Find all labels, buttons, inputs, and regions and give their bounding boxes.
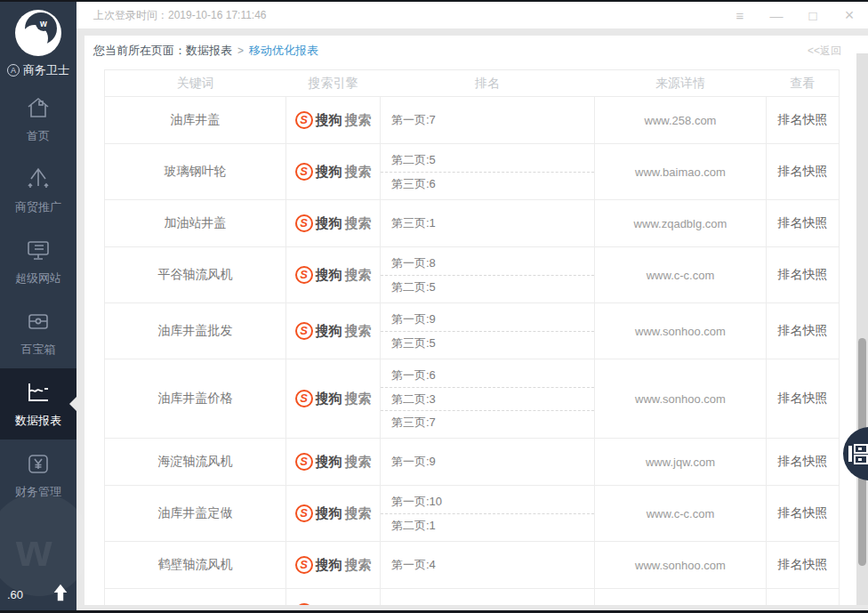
view-snapshot-link[interactable]: 排名快照 [767,247,840,303]
table-row: 油库井盖定做 S 搜狗 搜索 第一页:10第二页:1 www.c-c.com 排… [105,486,840,542]
app-logo: w [12,7,64,59]
engine-cell: S 搜狗 搜索 [286,144,381,200]
breadcrumb-current-link[interactable]: 移动优化报表 [249,43,318,59]
sogou-logo: S 搜狗 搜索 [295,111,372,129]
source-cell: www.c-c.com [595,247,767,303]
breadcrumb-separator: > [237,44,244,57]
sogou-s-icon: S [295,504,313,522]
rank-cell: 第一页:7 [381,97,595,144]
sidebar-item-toolbox[interactable]: 百宝箱 [0,297,76,368]
table-row: 加油站井盖 S 搜狗 搜索 第三页:1 www.zqadblg.com 排名快照 [105,200,840,247]
engine-name-secondary: 搜索 [345,454,372,471]
view-snapshot-link[interactable] [767,589,840,606]
brand-badge-icon: A [7,64,20,77]
maximize-icon[interactable]: □ [806,9,820,22]
rank-entry: 第一页:10 [381,490,594,513]
sogou-s-icon: S [295,603,313,605]
finance-icon [25,450,52,477]
sogou-logo: S 搜狗 搜索 [295,556,372,574]
rank-table-wrap: 关键词 搜索引擎 排名 来源详情 查看 油库井盖 S 搜狗 搜索 第一页:7 w… [104,69,839,605]
promotion-icon [25,165,52,192]
brand-name: 商务卫士 [23,62,69,78]
keyword-cell: 加油站井盖 [105,200,286,247]
home-icon [25,94,52,121]
sogou-s-icon: S [295,214,313,232]
engine-name-primary: 搜狗 [316,505,342,522]
sidebar-item-label: 超级网站 [15,270,61,286]
sogou-logo: S 搜狗 搜索 [295,453,372,471]
sogou-s-icon: S [295,556,313,574]
sogou-logo: S 搜狗 搜索 [295,266,372,284]
back-to-top-button[interactable] [51,582,70,603]
menu-icon[interactable]: ≡ [733,9,747,22]
yinyang-logo-icon: w [13,8,63,58]
breadcrumb: 您当前所在页面： 数据报表 > 移动优化报表 <<返回 [84,36,868,62]
engine-name-secondary: 搜索 [345,112,372,129]
engine-cell: S 搜狗 搜索 [286,542,381,589]
col-header-engine: 搜索引擎 [286,70,381,97]
table-header-row: 关键词 搜索引擎 排名 来源详情 查看 [105,70,840,97]
rank-cell: 第一页:9第三页:5 [381,303,595,359]
sidebar-item-label: 首页 [27,128,50,144]
table-row: S 搜狗 搜索 [105,589,840,606]
sidebar: w A 商务卫士 首页 商贸推广 [0,2,76,610]
window-controls: ≡ — □ × [733,7,868,23]
sogou-logo: S 搜狗 搜索 [295,163,372,181]
source-cell: www.sonhoo.com [595,542,767,589]
rank-entry: 第一页:4 [381,553,594,577]
view-snapshot-link[interactable]: 排名快照 [767,144,840,200]
rank-entry: 第三页:6 [381,172,594,195]
engine-name-secondary: 搜索 [345,557,372,574]
rank-entry: 第二页:5 [381,149,594,172]
view-snapshot-link[interactable]: 排名快照 [767,542,840,589]
engine-cell: S 搜狗 搜索 [286,247,381,303]
table-row: 平谷轴流风机 S 搜狗 搜索 第一页:8第二页:5 www.c-c.com 排名… [105,247,840,303]
view-snapshot-link[interactable]: 排名快照 [767,359,840,439]
table-row: 油库井盖 S 搜狗 搜索 第一页:7 www.258.com 排名快照 [105,97,840,144]
last-login-text: 上次登录时间：2019-10-16 17:11:46 [93,8,267,23]
app-window: w A 商务卫士 首页 商贸推广 [0,0,868,613]
rank-cell: 第一页:4 [381,542,595,589]
col-header-rank: 排名 [381,70,595,97]
engine-name-primary: 搜狗 [316,164,342,181]
rank-cell: 第三页:1 [381,200,595,247]
source-cell: www.c-c.com [595,486,767,542]
sidebar-item-label: 数据报表 [15,413,61,429]
report-icon [25,379,52,406]
view-snapshot-link[interactable]: 排名快照 [767,486,840,542]
engine-name-primary: 搜狗 [316,557,342,574]
sidebar-item-label: 百宝箱 [21,342,56,358]
view-snapshot-link[interactable]: 排名快照 [767,303,840,359]
view-snapshot-link[interactable]: 排名快照 [767,439,840,486]
back-link[interactable]: <<返回 [808,44,841,59]
brand: A 商务卫士 [0,62,76,78]
view-snapshot-link[interactable]: 排名快照 [767,200,840,247]
sogou-s-icon: S [295,163,313,181]
engine-name-secondary: 搜索 [345,323,372,340]
sogou-logo: S 搜狗 搜索 [295,603,372,605]
engine-cell: S 搜狗 搜索 [286,97,381,144]
sidebar-item-promotion[interactable]: 商贸推广 [0,155,76,226]
rank-cell: 第一页:10第二页:1 [381,486,595,542]
keyword-cell [105,589,286,606]
close-icon[interactable]: × [842,7,856,23]
rank-cell: 第二页:5第三页:6 [381,144,595,200]
rank-entry: 第二页:3 [381,387,594,410]
sogou-s-icon: S [295,390,313,407]
content-panel: 您当前所在页面： 数据报表 > 移动优化报表 <<返回 关键词 搜索引擎 排名 … [84,36,868,605]
col-header-keyword: 关键词 [105,70,286,97]
sidebar-item-data-report[interactable]: 数据报表 [0,368,76,440]
source-cell: www.258.com [595,97,767,144]
sidebar-item-home[interactable]: 首页 [0,84,76,155]
rank-cell: 第一页:9 [381,439,595,486]
sidebar-item-label: 商贸推广 [15,199,61,215]
source-cell: www.sonhoo.com [595,303,767,359]
sidebar-item-website[interactable]: 超级网站 [0,226,76,297]
table-row: 玻璃钢叶轮 S 搜狗 搜索 第二页:5第三页:6 www.baimao.com … [105,144,840,200]
table-row: 鹤壁轴流风机 S 搜狗 搜索 第一页:4 www.sonhoo.com 排名快照 [105,542,840,589]
rank-cell: 第一页:8第二页:5 [381,247,595,303]
minimize-icon[interactable]: — [769,9,784,22]
view-snapshot-link[interactable]: 排名快照 [767,97,840,144]
source-cell [595,589,767,606]
table-row: 油库井盖批发 S 搜狗 搜索 第一页:9第三页:5 www.sonhoo.com… [105,303,840,359]
